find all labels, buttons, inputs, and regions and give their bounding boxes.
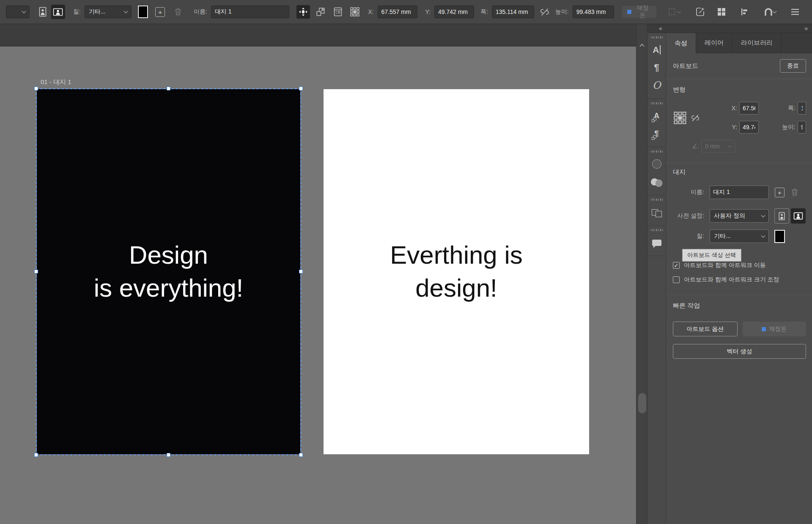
artboard-section-title: 대지 [673,168,806,176]
paragraph-styles-panel-icon[interactable]: ¶ [647,125,666,142]
canvas-area[interactable]: 01 - 대지 1 Design is everything! Everthin… [0,24,636,524]
selection-handle[interactable] [299,87,303,90]
artboard-2-text[interactable]: Everthing is design! [324,89,589,454]
checkbox-checked[interactable]: ✓ [673,262,680,269]
preset-dropdown[interactable]: 사용자 정의 [710,209,769,223]
scrollbar-thumb[interactable] [638,393,646,413]
fill-color-swatch[interactable] [138,5,148,18]
height-input[interactable] [573,5,614,18]
tooltip: 아트보드 색상 선택 [682,249,741,262]
exit-button[interactable]: 종료 [780,59,806,73]
landscape-icon [53,8,63,16]
divider [666,163,812,163]
new-artboard-button[interactable]: + [775,188,785,197]
grid-options-icon[interactable] [665,5,683,19]
rearrange-button[interactable]: 재정돈 [622,6,657,18]
width-input[interactable] [492,5,534,18]
y-input[interactable] [434,5,474,18]
reference-point-icon[interactable] [673,112,687,124]
text-line: is everything! [94,272,244,305]
portrait-icon [39,7,47,17]
workspace-grid-icon[interactable] [715,5,728,19]
artboard-2[interactable]: Everthing is design! [324,89,589,454]
reference-point-icon[interactable] [348,5,362,19]
fill-dropdown[interactable]: 기타... [710,229,769,243]
comments-panel-icon[interactable] [647,234,666,251]
height-label: 높이: [555,8,569,16]
chevron-down-icon [22,9,26,14]
x-label: X: [703,105,737,112]
feather-selection-panel-icon[interactable] [647,155,666,173]
toolbar-preset-dropdown[interactable] [6,5,30,18]
scroll-up-icon[interactable] [639,44,644,48]
align-options-icon[interactable] [738,5,751,19]
delete-artboard-icon[interactable] [171,5,185,19]
selection-handle[interactable] [167,87,170,90]
pathfinder-panel-icon[interactable] [647,203,666,221]
vertical-scrollbar[interactable] [636,24,647,524]
export-icon[interactable] [694,5,707,19]
link-dimensions-icon[interactable] [689,112,701,123]
tab-properties[interactable]: 속성 [666,33,696,53]
fill-label: 칠: [673,232,704,240]
selection-handle[interactable] [167,453,170,457]
portrait-orientation-button[interactable] [36,5,50,19]
artboard-label: 01 - 대지 1 [41,78,71,86]
landscape-orientation-button[interactable] [51,5,65,19]
panel-section-title: 아트보드 [673,62,698,70]
menu-icon[interactable] [788,5,802,19]
opentype-panel-icon[interactable]: O [647,76,666,94]
fill-label: 칠: [73,8,81,16]
panel-tabbar: 속성 레이어 라이브러리 [666,33,812,53]
new-artboard-button[interactable]: + [155,7,165,17]
artboard-options-button[interactable]: 아트보드 옵션 [673,322,738,336]
panel-y-input[interactable] [739,121,759,134]
selection-handle[interactable] [299,453,303,457]
text-line: design! [415,272,497,305]
generate-vector-button[interactable]: 벡터 생성 [673,344,806,359]
drag-handle[interactable] [651,150,663,153]
collapse-panels-icon[interactable]: « [659,24,662,33]
divider [666,295,812,295]
drag-handle[interactable] [651,102,663,104]
drag-handle[interactable] [651,199,663,201]
transform-title: 변형 [673,86,806,94]
link-dimensions-icon[interactable] [538,5,551,19]
artboard-name-input[interactable] [211,5,289,18]
artboard-fill-swatch[interactable] [774,230,785,243]
selection-handle[interactable] [299,270,303,273]
scale-artwork-checkbox-row: 아트보드와 함께 아트워크 크기 조정 [673,276,806,284]
x-input[interactable] [378,5,417,18]
panel-height-input[interactable] [798,121,806,134]
artboard-settings-icon[interactable] [331,5,345,19]
scale-artboard-icon[interactable] [314,5,327,19]
width-label: 폭: [480,8,488,16]
expand-panels-icon[interactable]: » [804,24,808,33]
divider [666,79,812,79]
delete-artboard-icon[interactable] [791,188,798,196]
checkbox-unchecked[interactable] [673,276,680,283]
portrait-orientation-button[interactable] [774,208,789,224]
panel-width-input[interactable] [798,102,806,115]
selection-handle[interactable] [34,453,38,457]
drag-handle[interactable] [651,229,663,231]
fill-dropdown[interactable]: 기타... [85,5,132,18]
panel-x-input[interactable] [739,102,759,115]
panel-name-input[interactable] [710,186,769,199]
tab-layers[interactable]: 레이어 [696,33,732,53]
selection-handle[interactable] [34,270,38,273]
move-artboard-icon[interactable] [296,5,310,19]
rearrange-button[interactable]: 재정돈 [743,322,807,336]
selection-handle[interactable] [34,87,38,90]
paragraph-panel-icon[interactable]: ¶ [647,59,666,76]
landscape-orientation-button[interactable] [791,208,806,224]
artboard-1[interactable]: Design is everything! [37,89,300,454]
transparency-panel-icon[interactable] [647,173,666,191]
artboard-1-text[interactable]: Design is everything! [37,89,300,454]
snap-options-icon[interactable] [760,5,779,19]
character-styles-panel-icon[interactable]: A [647,107,666,125]
panel-top-strip: « » [647,24,812,33]
tab-libraries[interactable]: 라이브러리 [732,33,782,53]
drag-handle[interactable] [651,36,663,38]
character-panel-icon[interactable]: A [647,41,666,59]
